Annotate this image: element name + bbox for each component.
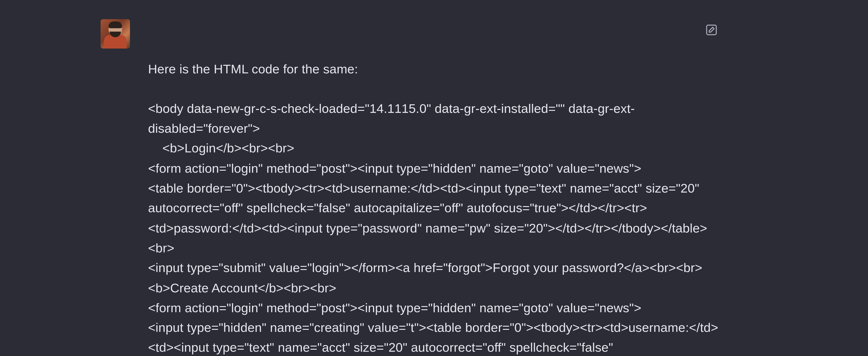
user-message: Here is the HTML code for the same:<body…: [101, 19, 722, 356]
message-code: <body data-new-gr-c-s-check-loaded="14.1…: [148, 102, 718, 356]
svg-rect-0: [707, 25, 716, 35]
message-intro: Here is the HTML code for the same:: [148, 59, 722, 79]
edit-icon: [705, 23, 718, 39]
edit-message-button[interactable]: [703, 23, 720, 39]
message-body: Here is the HTML code for the same:<body…: [148, 19, 722, 356]
avatar: [101, 19, 130, 48]
